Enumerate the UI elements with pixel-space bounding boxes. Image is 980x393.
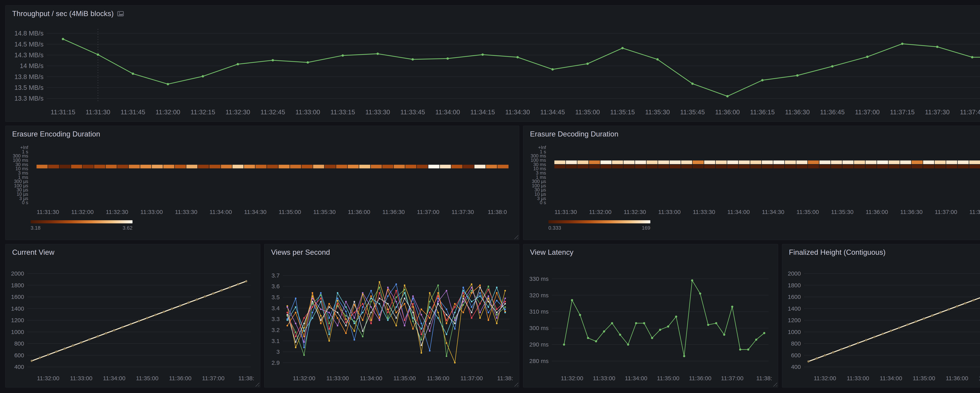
- svg-text:1800: 1800: [11, 282, 24, 289]
- svg-text:400: 400: [791, 364, 801, 370]
- svg-text:11:33:00: 11:33:00: [658, 209, 681, 215]
- decoding-scale-min: 0.333: [549, 225, 561, 231]
- svg-text:11:34:15: 11:34:15: [470, 109, 495, 116]
- svg-text:11:33:00: 11:33:00: [295, 109, 320, 116]
- svg-text:11:32:30: 11:32:30: [225, 109, 250, 116]
- panel-header-view-latency[interactable]: View Latency: [523, 244, 778, 260]
- svg-text:400: 400: [14, 364, 24, 370]
- svg-text:11:36:00: 11:36:00: [715, 109, 740, 116]
- svg-text:11:31:45: 11:31:45: [121, 109, 145, 116]
- panel-header-erasure-decoding[interactable]: Erasure Decoding Duration: [523, 126, 980, 142]
- svg-text:11:31:30: 11:31:30: [86, 109, 110, 116]
- svg-text:11:34:30: 11:34:30: [244, 209, 267, 215]
- svg-text:1200: 1200: [788, 317, 801, 323]
- svg-text:11:31:15: 11:31:15: [51, 109, 75, 116]
- svg-text:14 MB/s: 14 MB/s: [20, 62, 43, 69]
- panel-header-erasure-encoding[interactable]: Erasure Encoding Duration: [5, 126, 519, 142]
- panel-header-finalized-height[interactable]: Finalized Height (Contiguous): [782, 244, 980, 260]
- svg-text:11:38:: 11:38:: [756, 375, 772, 382]
- panel-title-current-view: Current View: [12, 248, 54, 257]
- svg-text:11:36:00: 11:36:00: [348, 209, 370, 215]
- svg-text:600: 600: [14, 352, 24, 358]
- svg-text:11:37:45: 11:37:45: [960, 109, 980, 116]
- panel-title-views-per-second: Views per Second: [271, 248, 330, 257]
- svg-text:0 s: 0 s: [540, 200, 546, 205]
- panel-header-current-view[interactable]: Current View: [5, 244, 260, 260]
- svg-text:11:34:00: 11:34:00: [625, 375, 648, 382]
- svg-text:11:37:30: 11:37:30: [969, 209, 980, 215]
- svg-text:11:35:00: 11:35:00: [575, 109, 600, 116]
- svg-text:11:33:45: 11:33:45: [401, 109, 425, 116]
- throughput-chart[interactable]: 14.8 MB/s14.5 MB/s14.3 MB/s14 MB/s13.8 M…: [8, 22, 980, 120]
- erasure-encoding-heatmap[interactable]: +Inf1 s300 ms100 ms30 ms10 ms3 ms1 ms300…: [8, 142, 517, 217]
- svg-text:11:34:00: 11:34:00: [103, 375, 126, 382]
- svg-text:11:33:30: 11:33:30: [365, 109, 390, 116]
- svg-text:11:35:00: 11:35:00: [913, 375, 935, 382]
- panel-image-icon[interactable]: [117, 10, 124, 17]
- svg-text:11:31:30: 11:31:30: [37, 209, 59, 215]
- svg-text:14.5 MB/s: 14.5 MB/s: [14, 41, 43, 48]
- svg-text:320 ms: 320 ms: [530, 292, 549, 299]
- panel-header-views-per-second[interactable]: Views per Second: [264, 244, 519, 260]
- panel-body-finalized-height: 20001800160014001200100080060040011:32:0…: [782, 260, 980, 387]
- svg-text:11:37:00: 11:37:00: [460, 375, 483, 382]
- svg-text:1400: 1400: [788, 305, 801, 312]
- panel-body-throughput: 14.8 MB/s14.5 MB/s14.3 MB/s14 MB/s13.8 M…: [5, 22, 980, 121]
- svg-text:11:35:00: 11:35:00: [136, 375, 159, 382]
- panel-title-finalized-height: Finalized Height (Contiguous): [789, 248, 886, 257]
- svg-text:11:33:15: 11:33:15: [331, 109, 355, 116]
- panel-body-current-view: 20001800160014001200100080060040011:32:0…: [5, 260, 260, 387]
- svg-text:11:32:15: 11:32:15: [191, 109, 215, 116]
- svg-text:11:35:45: 11:35:45: [680, 109, 705, 116]
- svg-text:13.3 MB/s: 13.3 MB/s: [14, 95, 43, 102]
- svg-text:3: 3: [276, 348, 280, 355]
- svg-text:3.4: 3.4: [272, 305, 280, 312]
- svg-text:11:34:00: 11:34:00: [360, 375, 382, 382]
- svg-text:11:33:30: 11:33:30: [693, 209, 715, 215]
- panel-body-views-per-second: 3.73.63.53.43.33.23.132.911:32:0011:33:0…: [264, 260, 519, 387]
- svg-text:1600: 1600: [788, 294, 801, 300]
- svg-text:13.5 MB/s: 13.5 MB/s: [14, 84, 43, 91]
- svg-text:11:34:00: 11:34:00: [880, 375, 902, 382]
- svg-text:3.3: 3.3: [272, 316, 280, 322]
- svg-text:330 ms: 330 ms: [530, 276, 549, 282]
- svg-text:11:35:00: 11:35:00: [797, 209, 819, 215]
- svg-text:11:34:00: 11:34:00: [435, 109, 460, 116]
- encoding-color-scale-gradient: [30, 220, 132, 224]
- decoding-scale-max: 169: [642, 225, 650, 231]
- panel-erasure-encoding: Erasure Encoding Duration +Inf1 s300 ms1…: [5, 126, 519, 240]
- svg-text:11:36:30: 11:36:30: [382, 209, 405, 215]
- svg-text:11:37:30: 11:37:30: [925, 109, 950, 116]
- views-per-second-chart[interactable]: 3.73.63.53.43.33.23.132.911:32:0011:33:0…: [266, 260, 517, 385]
- panel-finalized-height: Finalized Height (Contiguous) 2000180016…: [782, 244, 980, 388]
- svg-text:11:32:00: 11:32:00: [71, 209, 94, 215]
- decoding-color-scale-gradient: [549, 220, 650, 224]
- svg-text:14.3 MB/s: 14.3 MB/s: [14, 51, 43, 59]
- svg-text:2.9: 2.9: [272, 359, 280, 366]
- svg-text:11:33:00: 11:33:00: [593, 375, 616, 382]
- dashboard-row-3: Current View 200018001600140012001000800…: [5, 244, 980, 388]
- svg-text:11:37:00: 11:37:00: [979, 375, 980, 382]
- current-view-chart[interactable]: 20001800160014001200100080060040011:32:0…: [8, 260, 258, 385]
- svg-text:11:33:00: 11:33:00: [70, 375, 92, 382]
- svg-text:1800: 1800: [788, 282, 801, 289]
- svg-text:11:34:00: 11:34:00: [210, 209, 232, 215]
- decoding-color-scale-legend: 0.333 169: [525, 217, 980, 238]
- svg-text:13.8 MB/s: 13.8 MB/s: [14, 73, 43, 80]
- dashboard-row-1: Throughput / sec (4MiB blocks) 14.8 MB/s…: [5, 5, 980, 122]
- erasure-decoding-heatmap[interactable]: +Inf1 s300 ms100 ms30 ms10 ms3 ms1 ms300…: [525, 142, 980, 217]
- panel-title-erasure-decoding: Erasure Decoding Duration: [530, 130, 618, 138]
- svg-text:3.1: 3.1: [272, 338, 280, 344]
- svg-text:1400: 1400: [11, 305, 24, 312]
- svg-text:11:37:00: 11:37:00: [855, 109, 880, 116]
- svg-text:3.2: 3.2: [272, 327, 280, 333]
- svg-text:11:32:00: 11:32:00: [156, 109, 180, 116]
- panel-header-throughput[interactable]: Throughput / sec (4MiB blocks): [5, 5, 980, 22]
- svg-text:11:35:00: 11:35:00: [657, 375, 679, 382]
- svg-text:11:32:00: 11:32:00: [589, 209, 611, 215]
- finalized-height-chart[interactable]: 20001800160014001200100080060040011:32:0…: [784, 260, 980, 385]
- svg-text:11:36:00: 11:36:00: [427, 375, 449, 382]
- panel-body-erasure-decoding: +Inf1 s300 ms100 ms30 ms10 ms3 ms1 ms300…: [523, 142, 980, 240]
- view-latency-chart[interactable]: 330 ms320 ms310 ms300 ms290 ms280 ms11:3…: [525, 260, 776, 385]
- dashboard-row-2: Erasure Encoding Duration +Inf1 s300 ms1…: [5, 126, 980, 240]
